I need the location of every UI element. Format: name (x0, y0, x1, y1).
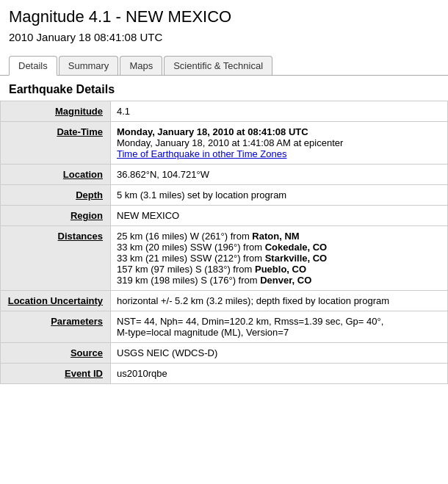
row-label: Magnitude (1, 101, 111, 122)
row-value: Monday, January 18, 2010 at 08:41:08 UTC… (111, 122, 448, 165)
table-row: Magnitude4.1 (1, 101, 448, 122)
tab-summary[interactable]: Summary (59, 56, 119, 75)
table-row: Depth5 km (3.1 miles) set by location pr… (1, 185, 448, 206)
row-value: USGS NEIC (WDCS-D) (111, 343, 448, 364)
row-label: Date-Time (1, 122, 111, 165)
row-label: Parameters (1, 311, 111, 343)
tab-details[interactable]: Details (9, 56, 57, 76)
table-row: Distances25 km (16 miles) W (261°) from … (1, 226, 448, 291)
row-value: 36.862°N, 104.721°W (111, 165, 448, 185)
row-value: NEW MEXICO (111, 206, 448, 226)
table-row: Location36.862°N, 104.721°W (1, 165, 448, 185)
row-label: Location (1, 165, 111, 185)
table-row: ParametersNST= 44, Nph= 44, Dmin=120.2 k… (1, 311, 448, 343)
page-subtitle: 2010 January 18 08:41:08 UTC (9, 31, 439, 43)
row-value: us2010rqbe (111, 364, 448, 384)
details-table: Magnitude4.1Date-TimeMonday, January 18,… (0, 101, 448, 384)
row-label: Event ID (1, 364, 111, 384)
row-label: Depth (1, 185, 111, 206)
table-row: Event IDus2010rqbe (1, 364, 448, 384)
row-label: Distances (1, 226, 111, 291)
tabs-bar: Details Summary Maps Scientific & Techni… (0, 55, 448, 76)
table-row: SourceUSGS NEIC (WDCS-D) (1, 343, 448, 364)
tab-scientific[interactable]: Scientific & Technical (164, 56, 272, 75)
row-label: Location Uncertainty (1, 291, 111, 311)
page-title: Magnitude 4.1 - NEW MEXICO (9, 7, 439, 26)
row-value: 5 km (3.1 miles) set by location program (111, 185, 448, 206)
row-value: horizontal +/- 5.2 km (3.2 miles); depth… (111, 291, 448, 311)
table-row: Date-TimeMonday, January 18, 2010 at 08:… (1, 122, 448, 165)
row-value: NST= 44, Nph= 44, Dmin=120.2 km, Rmss=1.… (111, 311, 448, 343)
section-title: Earthquake Details (0, 76, 448, 101)
timezone-link[interactable]: Time of Earthquake in other Time Zones (117, 148, 286, 159)
table-row: RegionNEW MEXICO (1, 206, 448, 226)
tab-maps[interactable]: Maps (120, 56, 162, 75)
table-row: Location Uncertaintyhorizontal +/- 5.2 k… (1, 291, 448, 311)
row-value: 4.1 (111, 101, 448, 122)
details-wrapper: Magnitude4.1Date-TimeMonday, January 18,… (0, 101, 448, 399)
row-label: Source (1, 343, 111, 364)
row-value: 25 km (16 miles) W (261°) from Raton, NM… (111, 226, 448, 291)
row-label: Region (1, 206, 111, 226)
